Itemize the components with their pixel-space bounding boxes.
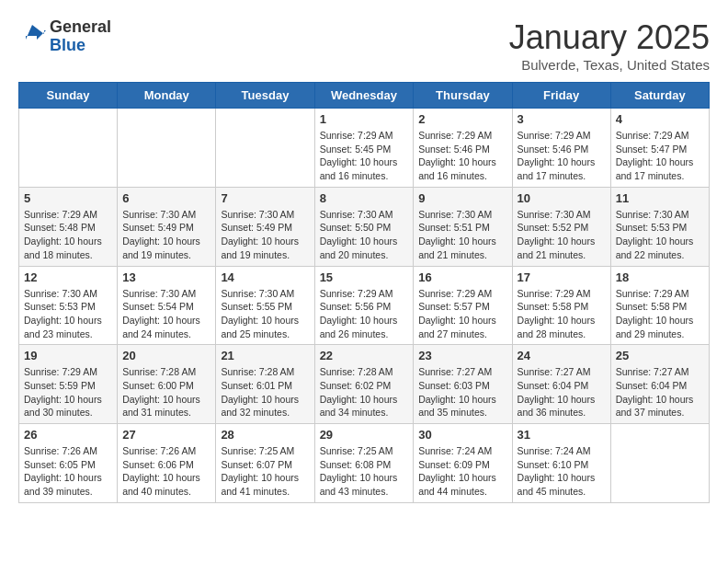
calendar-day-cell: 14Sunrise: 7:30 AM Sunset: 5:55 PM Dayli… [216, 266, 314, 345]
calendar-day-cell: 29Sunrise: 7:25 AM Sunset: 6:08 PM Dayli… [314, 424, 414, 503]
calendar-week-row: 26Sunrise: 7:26 AM Sunset: 6:05 PM Dayli… [19, 424, 710, 503]
day-number: 9 [418, 191, 506, 205]
calendar-day-cell: 19Sunrise: 7:29 AM Sunset: 5:59 PM Dayli… [19, 345, 118, 424]
calendar-day-cell: 17Sunrise: 7:29 AM Sunset: 5:58 PM Dayli… [512, 266, 610, 345]
day-number: 27 [122, 428, 210, 442]
day-info: Sunrise: 7:30 AM Sunset: 5:53 PM Dayligh… [616, 208, 704, 262]
calendar-day-cell: 12Sunrise: 7:30 AM Sunset: 5:53 PM Dayli… [19, 266, 118, 345]
title-block: January 2025 Bulverde, Texas, United Sta… [509, 18, 710, 73]
calendar-day-header: Sunday [19, 83, 118, 109]
calendar-day-cell: 5Sunrise: 7:29 AM Sunset: 5:48 PM Daylig… [19, 187, 118, 266]
day-info: Sunrise: 7:26 AM Sunset: 6:06 PM Dayligh… [122, 444, 210, 499]
day-info: Sunrise: 7:29 AM Sunset: 5:58 PM Dayligh… [616, 287, 704, 341]
calendar-day-cell: 1Sunrise: 7:29 AM Sunset: 5:45 PM Daylig… [314, 109, 414, 188]
svg-marker-1 [26, 25, 46, 40]
calendar-day-cell: 13Sunrise: 7:30 AM Sunset: 5:54 PM Dayli… [118, 266, 216, 345]
calendar-day-cell: 23Sunrise: 7:27 AM Sunset: 6:03 PM Dayli… [414, 345, 512, 424]
calendar-day-cell: 4Sunrise: 7:29 AM Sunset: 5:47 PM Daylig… [610, 109, 709, 188]
calendar-day-cell: 3Sunrise: 7:29 AM Sunset: 5:46 PM Daylig… [512, 109, 610, 188]
day-info: Sunrise: 7:27 AM Sunset: 6:04 PM Dayligh… [616, 365, 704, 419]
day-info: Sunrise: 7:30 AM Sunset: 5:49 PM Dayligh… [221, 208, 309, 262]
day-info: Sunrise: 7:28 AM Sunset: 6:02 PM Dayligh… [320, 365, 409, 419]
day-info: Sunrise: 7:29 AM Sunset: 5:57 PM Dayligh… [418, 287, 506, 341]
calendar-day-cell: 10Sunrise: 7:30 AM Sunset: 5:52 PM Dayli… [512, 187, 610, 266]
day-number: 16 [418, 270, 506, 284]
day-info: Sunrise: 7:29 AM Sunset: 5:48 PM Dayligh… [24, 208, 112, 262]
day-number: 12 [24, 270, 112, 284]
calendar-day-cell: 16Sunrise: 7:29 AM Sunset: 5:57 PM Dayli… [414, 266, 512, 345]
day-number: 5 [24, 191, 112, 205]
day-info: Sunrise: 7:29 AM Sunset: 5:59 PM Dayligh… [24, 365, 112, 419]
logo-general-text: General [50, 18, 111, 37]
calendar-day-cell [216, 109, 314, 188]
day-number: 14 [221, 270, 309, 284]
page-header: General Blue January 2025 Bulverde, Texa… [18, 18, 710, 73]
calendar-day-cell: 27Sunrise: 7:26 AM Sunset: 6:06 PM Dayli… [118, 424, 216, 503]
day-number: 24 [518, 349, 606, 362]
day-number: 26 [24, 428, 112, 442]
calendar-table: SundayMondayTuesdayWednesdayThursdayFrid… [18, 82, 710, 503]
day-number: 8 [320, 191, 409, 205]
day-number: 2 [418, 112, 506, 126]
calendar-day-cell: 11Sunrise: 7:30 AM Sunset: 5:53 PM Dayli… [610, 187, 709, 266]
day-info: Sunrise: 7:29 AM Sunset: 5:45 PM Dayligh… [320, 129, 409, 183]
day-info: Sunrise: 7:29 AM Sunset: 5:56 PM Dayligh… [320, 287, 409, 341]
calendar-day-cell: 24Sunrise: 7:27 AM Sunset: 6:04 PM Dayli… [512, 345, 610, 424]
calendar-day-header: Saturday [610, 83, 709, 109]
calendar-day-cell: 9Sunrise: 7:30 AM Sunset: 5:51 PM Daylig… [414, 187, 512, 266]
calendar-day-cell: 26Sunrise: 7:26 AM Sunset: 6:05 PM Dayli… [19, 424, 118, 503]
day-info: Sunrise: 7:28 AM Sunset: 6:01 PM Dayligh… [221, 365, 309, 419]
day-number: 3 [518, 112, 606, 126]
calendar-day-cell: 6Sunrise: 7:30 AM Sunset: 5:49 PM Daylig… [118, 187, 216, 266]
logo-text: General Blue [50, 18, 111, 55]
day-number: 13 [122, 270, 210, 284]
day-number: 31 [518, 428, 606, 442]
day-info: Sunrise: 7:24 AM Sunset: 6:10 PM Dayligh… [518, 444, 606, 499]
day-number: 4 [616, 112, 704, 126]
day-info: Sunrise: 7:29 AM Sunset: 5:46 PM Dayligh… [418, 129, 506, 183]
calendar-day-cell: 18Sunrise: 7:29 AM Sunset: 5:58 PM Dayli… [610, 266, 709, 345]
day-number: 6 [122, 191, 210, 205]
day-number: 22 [320, 349, 409, 362]
day-number: 18 [616, 270, 704, 284]
calendar-day-cell [19, 109, 118, 188]
calendar-day-header: Thursday [414, 83, 512, 109]
day-info: Sunrise: 7:27 AM Sunset: 6:03 PM Dayligh… [418, 365, 506, 419]
calendar-day-cell: 31Sunrise: 7:24 AM Sunset: 6:10 PM Dayli… [512, 424, 610, 503]
calendar-day-cell [118, 109, 216, 188]
day-number: 20 [122, 349, 210, 362]
day-info: Sunrise: 7:25 AM Sunset: 6:07 PM Dayligh… [221, 444, 309, 499]
calendar-day-cell: 21Sunrise: 7:28 AM Sunset: 6:01 PM Dayli… [216, 345, 314, 424]
day-number: 29 [320, 428, 409, 442]
calendar-day-cell: 15Sunrise: 7:29 AM Sunset: 5:56 PM Dayli… [314, 266, 414, 345]
calendar-week-row: 19Sunrise: 7:29 AM Sunset: 5:59 PM Dayli… [19, 345, 710, 424]
day-number: 19 [24, 349, 112, 362]
logo: General Blue [18, 18, 111, 55]
day-info: Sunrise: 7:25 AM Sunset: 6:08 PM Dayligh… [320, 444, 409, 499]
calendar-day-header: Friday [512, 83, 610, 109]
day-info: Sunrise: 7:30 AM Sunset: 5:49 PM Dayligh… [122, 208, 210, 262]
day-info: Sunrise: 7:30 AM Sunset: 5:54 PM Dayligh… [122, 287, 210, 341]
day-info: Sunrise: 7:30 AM Sunset: 5:51 PM Dayligh… [418, 208, 506, 262]
day-number: 21 [221, 349, 309, 362]
day-number: 15 [320, 270, 409, 284]
day-number: 17 [518, 270, 606, 284]
calendar-day-cell: 30Sunrise: 7:24 AM Sunset: 6:09 PM Dayli… [414, 424, 512, 503]
logo-blue-text: Blue [50, 37, 111, 55]
calendar-day-header: Tuesday [216, 83, 314, 109]
calendar-week-row: 1Sunrise: 7:29 AM Sunset: 5:45 PM Daylig… [19, 109, 710, 188]
day-number: 10 [518, 191, 606, 205]
day-number: 7 [221, 191, 309, 205]
calendar-day-header: Wednesday [314, 83, 414, 109]
calendar-week-row: 5Sunrise: 7:29 AM Sunset: 5:48 PM Daylig… [19, 187, 710, 266]
day-info: Sunrise: 7:27 AM Sunset: 6:04 PM Dayligh… [518, 365, 606, 419]
day-number: 1 [320, 112, 409, 126]
day-info: Sunrise: 7:28 AM Sunset: 6:00 PM Dayligh… [122, 365, 210, 419]
calendar-day-cell: 2Sunrise: 7:29 AM Sunset: 5:46 PM Daylig… [414, 109, 512, 188]
day-number: 11 [616, 191, 704, 205]
calendar-day-cell [610, 424, 709, 503]
calendar-header-row: SundayMondayTuesdayWednesdayThursdayFrid… [19, 83, 710, 109]
calendar-week-row: 12Sunrise: 7:30 AM Sunset: 5:53 PM Dayli… [19, 266, 710, 345]
calendar-day-header: Monday [118, 83, 216, 109]
day-number: 23 [418, 349, 506, 362]
